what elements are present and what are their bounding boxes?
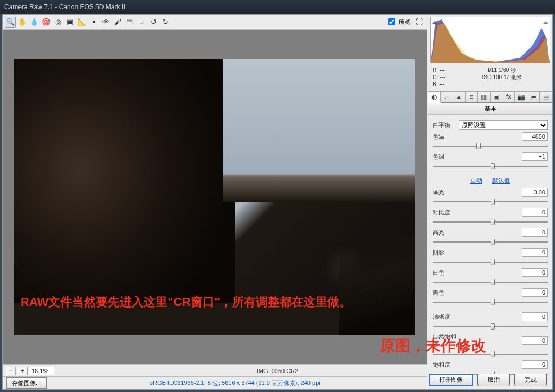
fullscreen-icon[interactable]: ⛶ <box>414 17 424 28</box>
exposure-slider[interactable] <box>433 199 548 205</box>
preview-checkbox[interactable] <box>388 18 395 25</box>
rotate-cw-icon[interactable]: ↻ <box>160 17 171 28</box>
preview-image[interactable]: RAW文件当然要先进入这里"CR窗口"，所有调整都在这里做。 <box>14 59 415 335</box>
panel-title: 基本 <box>428 103 552 115</box>
preview-area: RAW文件当然要先进入这里"CR窗口"，所有调整都在这里做。 原图，未作修改 <box>3 30 427 364</box>
annotation-text-2: 原图，未作修改 <box>380 336 486 356</box>
tab-lens[interactable]: ▣ <box>491 92 503 102</box>
wb-select[interactable]: 原照设置 <box>459 120 548 130</box>
spot-removal-icon[interactable]: ✦ <box>88 17 99 28</box>
rgb-b: B: --- <box>433 81 445 88</box>
color-sampler-icon[interactable]: 🎯 <box>41 17 51 28</box>
tab-detail[interactable]: ▲ <box>453 92 466 102</box>
main-container: 🔍 ✋ 💧 🎯 ◎ ▣ 📐 ✦ 👁 🖌 ▤ ≡ ↺ ↻ 预览 ⛶ RAW文件当然… <box>2 14 553 390</box>
dialog-buttons: 打开图像 取消 完成 <box>429 374 547 386</box>
temp-value[interactable]: 4850 <box>522 132 548 141</box>
annotation-text-1: RAW文件当然要先进入这里"CR窗口"，所有调整都在这里做。 <box>21 294 351 310</box>
clarity-label: 清晰度 <box>433 313 459 321</box>
tint-label: 色调 <box>433 153 459 161</box>
whites-value[interactable]: 0 <box>522 268 548 277</box>
shadow-clip-icon[interactable] <box>432 18 437 24</box>
whites-slider[interactable] <box>433 279 548 285</box>
exposure-label: 曝光 <box>433 188 459 197</box>
exif-line2: ISO 100 17 毫米 <box>456 74 548 81</box>
straighten-tool-icon[interactable]: 📐 <box>76 17 87 28</box>
preferences-icon[interactable]: ≡ <box>136 17 147 28</box>
panel-tabs: ◐ ⟋ ▲ ≡ ▥ ▣ fx 📷 ≔ ▤ <box>428 91 552 103</box>
exif-line1: f/11 1/60 秒 <box>456 67 548 74</box>
window-title: Camera Raw 7.1 - Canon EOS 5D Mark II <box>4 3 125 11</box>
highlights-label: 高光 <box>433 228 459 237</box>
wb-label: 白平衡: <box>433 121 459 129</box>
rgb-g: G: --- <box>433 74 445 81</box>
vibrance-value[interactable]: 0 <box>522 336 548 345</box>
left-pane: 🔍 ✋ 💧 🎯 ◎ ▣ 📐 ✦ 👁 🖌 ▤ ≡ ↺ ↻ 预览 ⛶ RAW文件当然… <box>3 15 427 389</box>
saturation-value[interactable]: 0 <box>522 360 548 369</box>
hand-tool-icon[interactable]: ✋ <box>17 17 28 28</box>
tab-camera[interactable]: 📷 <box>515 92 527 102</box>
preview-label: 预览 <box>398 18 410 26</box>
shadows-value[interactable]: 0 <box>522 248 548 257</box>
tab-split[interactable]: ▥ <box>478 92 491 102</box>
tint-value[interactable]: +1 <box>522 152 548 161</box>
contrast-label: 对比度 <box>433 208 459 217</box>
rgb-r: R: --- <box>433 67 445 74</box>
histogram[interactable] <box>430 17 550 63</box>
preview-footer: − + 16.1% IMG_0050.CR2 <box>3 364 427 376</box>
saturation-label: 饱和度 <box>433 361 459 369</box>
exif-readout: R: --- G: --- B: --- f/11 1/60 秒 ISO 100… <box>428 66 552 91</box>
highlight-clip-icon[interactable] <box>543 18 548 24</box>
temp-label: 色温 <box>433 133 459 141</box>
blacks-slider[interactable] <box>433 299 548 305</box>
graduated-filter-icon[interactable]: ▤ <box>124 17 135 28</box>
clarity-value[interactable]: 0 <box>522 312 548 321</box>
rotate-ccw-icon[interactable]: ↺ <box>148 17 159 28</box>
tab-fx[interactable]: fx <box>502 92 515 102</box>
zoom-out-button[interactable]: − <box>5 367 16 375</box>
filename-label: IMG_0050.CR2 <box>257 368 298 374</box>
contrast-slider[interactable] <box>433 219 548 225</box>
toolbar: 🔍 ✋ 💧 🎯 ◎ ▣ 📐 ✦ 👁 🖌 ▤ ≡ ↺ ↻ 预览 ⛶ <box>3 15 427 30</box>
whites-label: 白色 <box>433 269 459 277</box>
bottom-bar: 存储图像... sRGB IEC61966-2.1; 8 位; 5616 x 3… <box>3 376 427 389</box>
tab-snapshots[interactable]: ▤ <box>540 92 552 102</box>
cancel-button[interactable]: 取消 <box>477 374 510 386</box>
tab-hsl[interactable]: ≡ <box>466 92 478 102</box>
highlights-slider[interactable] <box>433 239 548 245</box>
exposure-value[interactable]: 0.00 <box>522 188 548 197</box>
redeye-tool-icon[interactable]: 👁 <box>100 17 111 28</box>
zoom-in-button[interactable]: + <box>17 367 28 375</box>
adjustment-brush-icon[interactable]: 🖌 <box>112 17 123 28</box>
tab-presets[interactable]: ≔ <box>527 92 540 102</box>
auto-link[interactable]: 自动 <box>470 177 482 185</box>
workflow-link[interactable]: sRGB IEC61966-2.1; 8 位; 5616 x 3744 (21.… <box>150 379 320 387</box>
clarity-slider[interactable] <box>433 323 548 330</box>
tab-basic[interactable]: ◐ <box>428 92 441 103</box>
default-link[interactable]: 默认值 <box>492 177 510 185</box>
zoom-tool-icon[interactable]: 🔍 <box>5 17 16 28</box>
target-adjust-icon[interactable]: ◎ <box>53 17 63 28</box>
right-pane: R: --- G: --- B: --- f/11 1/60 秒 ISO 100… <box>427 15 552 389</box>
highlights-value[interactable]: 0 <box>522 228 548 237</box>
shadows-slider[interactable] <box>433 259 548 265</box>
zoom-value[interactable]: 16.1% <box>29 367 54 375</box>
blacks-label: 黑色 <box>433 289 459 297</box>
crop-tool-icon[interactable]: ▣ <box>64 17 75 28</box>
save-image-button[interactable]: 存储图像... <box>6 377 47 389</box>
white-balance-tool-icon[interactable]: 💧 <box>29 17 40 28</box>
window-titlebar: Camera Raw 7.1 - Canon EOS 5D Mark II <box>0 0 555 14</box>
open-image-button[interactable]: 打开图像 <box>429 374 473 386</box>
blacks-value[interactable]: 0 <box>522 288 548 297</box>
tint-slider[interactable] <box>433 163 548 169</box>
shadows-label: 阴影 <box>433 249 459 257</box>
tab-curve[interactable]: ⟋ <box>441 92 453 102</box>
done-button[interactable]: 完成 <box>514 374 547 386</box>
contrast-value[interactable]: 0 <box>522 208 548 217</box>
temp-slider[interactable] <box>433 143 548 149</box>
